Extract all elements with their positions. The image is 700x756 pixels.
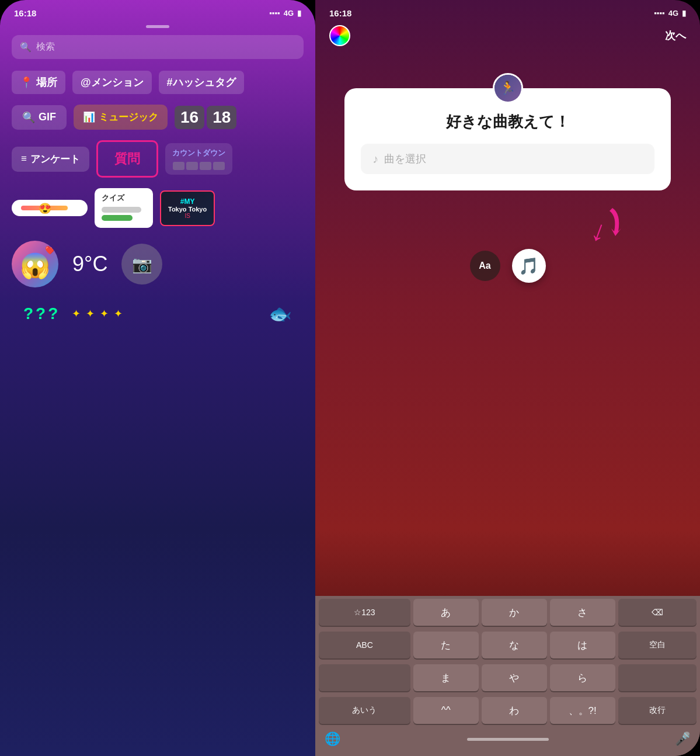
gif-label: GIF (39, 111, 56, 123)
toolbar-area: ↓ Aa 🎵 (315, 249, 700, 283)
sticker-row-tags: 📍 場所 @メンション #ハッシュタグ (12, 71, 304, 94)
key-caret[interactable]: ^^ (413, 697, 479, 724)
sparkles-text: ✦ ✦ ✦ ✦ (72, 308, 124, 320)
sticker-row-misc: 😍 クイズ #MY Tokyo Tokyo IS (12, 188, 304, 228)
sticker-countdown[interactable]: カウントダウン (165, 143, 232, 175)
key-space[interactable]: 空白 (618, 632, 696, 658)
sticker-camera[interactable]: 📷 (121, 244, 162, 285)
key-ya-label: や (509, 671, 519, 685)
avatar-icon: 🏃 (500, 81, 516, 96)
network-icon-left: 4G (284, 9, 294, 18)
temp-value: 9°C (72, 252, 107, 276)
key-punct[interactable]: 、。?! (550, 697, 615, 724)
sticker-question[interactable]: 質問 (96, 140, 158, 178)
poll-icon: ≡ (21, 153, 27, 165)
key-a[interactable]: あ (413, 599, 479, 626)
key-delete[interactable]: ⌫ (618, 599, 696, 626)
music-label: ミュージック (99, 110, 158, 124)
sticker-music[interactable]: 📊 ミュージック (74, 105, 168, 130)
sticker-row-bottom: ??? ✦ ✦ ✦ ✦ 🐟 (12, 303, 304, 325)
sticker-quiz[interactable]: クイズ (95, 188, 153, 228)
key-ya[interactable]: や (482, 664, 547, 691)
aa-button[interactable]: Aa (470, 251, 500, 281)
signal-icon-right: ▪▪▪▪ (654, 9, 664, 18)
music-question-text: 好きな曲教えて！ (361, 112, 654, 132)
hashtag-label: #ハッシュタグ (167, 75, 236, 89)
drag-handle[interactable] (146, 25, 169, 28)
sticker-row-tools: 🔍 GIF 📊 ミュージック 16 18 (12, 105, 304, 130)
key-wa[interactable]: わ (482, 697, 547, 724)
music-sticker-button[interactable]: 🎵 (512, 249, 546, 283)
key-empty-left[interactable] (319, 664, 410, 691)
next-button[interactable]: 次へ (665, 29, 686, 43)
clock-minute: 18 (207, 106, 236, 129)
key-aiu[interactable]: あいう (319, 697, 410, 724)
key-star123-label: ☆123 (354, 608, 375, 617)
keyboard-bottom-bar: 🌐 🎤 (315, 727, 700, 756)
status-bar-left: 16:18 ▪▪▪▪ 4G ▮ (0, 0, 315, 23)
sticker-temperature[interactable]: 9°C (72, 252, 107, 276)
key-abc[interactable]: ABC (319, 632, 410, 658)
battery-icon-left: ▮ (297, 9, 301, 18)
sticker-poll[interactable]: ≡ アンケート (12, 147, 89, 172)
user-avatar: 🏃 (493, 73, 523, 103)
sticker-mention[interactable]: @メンション (72, 71, 152, 94)
search-icon: 🔍 (20, 41, 32, 53)
mouth-emoji: 😱 (20, 251, 50, 280)
key-ra[interactable]: ら (550, 664, 615, 691)
home-indicator (467, 738, 549, 741)
place-label: 場所 (36, 75, 57, 89)
key-sa-label: さ (577, 606, 587, 619)
key-sa[interactable]: さ (550, 599, 615, 626)
music-note-icon: ♪ (372, 152, 378, 166)
color-wheel-icon[interactable] (329, 25, 350, 46)
music-button-icon: 🎵 (518, 256, 539, 276)
sticker-sparkles[interactable]: ✦ ✦ ✦ ✦ (72, 307, 124, 320)
key-empty-right[interactable] (618, 664, 696, 691)
sticker-emoji-slider[interactable]: 😍 (12, 200, 88, 216)
status-icons-right: ▪▪▪▪ 4G ▮ (654, 9, 686, 18)
key-punct-label: 、。?! (569, 704, 597, 717)
avatar-image: 🏃 (494, 75, 521, 102)
tokyo-is: IS (168, 213, 207, 219)
key-ka[interactable]: か (482, 599, 547, 626)
countdown-block-3 (200, 162, 211, 170)
time-left: 16:18 (14, 8, 36, 18)
key-ma[interactable]: ま (413, 664, 479, 691)
mention-label: @メンション (81, 75, 144, 89)
key-na[interactable]: な (482, 632, 547, 658)
key-enter[interactable]: 改行 (618, 697, 696, 724)
search-bar[interactable]: 🔍 検索 (12, 35, 304, 59)
tokyo-hashtag: #MY (168, 197, 207, 206)
key-space-label: 空白 (649, 640, 666, 650)
slider-emoji: 😍 (39, 202, 51, 215)
quiz-title: クイズ (102, 193, 146, 203)
key-star123[interactable]: ☆123 (319, 599, 410, 626)
sticker-tokyo[interactable]: #MY Tokyo Tokyo IS (160, 190, 215, 226)
quiz-bar-1 (102, 207, 141, 213)
microphone-icon[interactable]: 🎤 (675, 731, 691, 747)
sticker-hashtag[interactable]: #ハッシュタグ (159, 71, 244, 94)
sticker-mouth[interactable]: 😱 ❤️ (12, 241, 58, 287)
music-sticker-card: 🏃 好きな曲教えて！ ♪ 曲を選択 (344, 88, 671, 190)
heart-icon: ❤️ (45, 245, 55, 255)
key-enter-label: 改行 (649, 705, 666, 716)
countdown-block-2 (186, 162, 198, 170)
sticker-clock[interactable]: 16 18 (175, 106, 236, 129)
globe-icon[interactable]: 🌐 (325, 731, 340, 747)
top-bar-right: 次へ (315, 23, 700, 53)
sticker-question-marks[interactable]: ??? (23, 304, 60, 323)
time-right: 16:18 (329, 8, 351, 18)
key-ha[interactable]: は (550, 632, 615, 658)
key-ra-label: ら (577, 671, 587, 685)
sticker-place[interactable]: 📍 場所 (12, 71, 65, 94)
music-select-area[interactable]: ♪ 曲を選択 (361, 144, 654, 174)
countdown-blocks (173, 162, 225, 170)
signal-icon-left: ▪▪▪▪ (269, 9, 280, 18)
music-select-placeholder: 曲を選択 (384, 152, 426, 166)
sticker-gif[interactable]: 🔍 GIF (12, 105, 67, 130)
right-panel: 16:18 ▪▪▪▪ 4G ▮ 次へ 🏃 好きな曲教えて！ ♪ 曲を選択 ↓ (315, 0, 700, 756)
camera-icon: 📷 (132, 255, 152, 274)
status-icons-left: ▪▪▪▪ 4G ▮ (269, 9, 301, 18)
key-ta[interactable]: た (413, 632, 479, 658)
